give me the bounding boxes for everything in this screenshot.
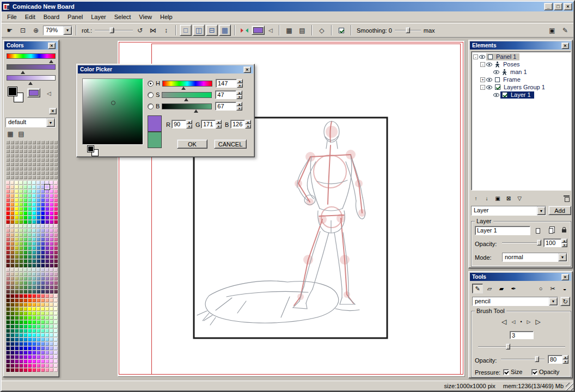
- empty-swatch[interactable]: [41, 171, 45, 175]
- pressure-size-checkbox[interactable]: [503, 369, 509, 375]
- element-type-combobox[interactable]: Layer ▼: [471, 206, 546, 216]
- palette-swatch[interactable]: [50, 303, 53, 307]
- palette-swatch[interactable]: [36, 281, 40, 285]
- palette-swatch[interactable]: [6, 181, 10, 185]
- palette-swatch[interactable]: [23, 194, 27, 198]
- palette-swatch[interactable]: [54, 285, 58, 289]
- palette-swatch[interactable]: [41, 359, 45, 363]
- spin-up-icon[interactable]: ▲: [562, 355, 568, 359]
- palette-swatch[interactable]: [28, 189, 32, 193]
- palette-swatch[interactable]: [10, 342, 14, 346]
- empty-swatch[interactable]: [54, 140, 58, 144]
- palette-swatch[interactable]: [45, 338, 49, 341]
- palette-swatch[interactable]: [19, 216, 23, 219]
- palette-swatch[interactable]: [23, 329, 27, 333]
- palette-swatch[interactable]: [15, 303, 19, 307]
- spin-down-icon[interactable]: ▼: [216, 124, 222, 128]
- palette-swatch[interactable]: [50, 229, 53, 232]
- new-element-button[interactable]: ▣: [493, 194, 503, 203]
- empty-swatch[interactable]: [36, 140, 40, 144]
- palette-swatch[interactable]: [6, 264, 10, 267]
- palette-swatch[interactable]: [54, 359, 58, 363]
- palette-preset-combobox[interactable]: default ▼: [5, 118, 56, 127]
- palette-swatch[interactable]: [54, 220, 58, 224]
- empty-swatch[interactable]: [32, 140, 36, 144]
- palette-swatch[interactable]: [28, 237, 32, 241]
- brightness-spinner[interactable]: 67 ▲▼: [215, 102, 242, 111]
- palette-swatch[interactable]: [6, 203, 10, 206]
- maximize-button[interactable]: □: [554, 3, 562, 10]
- tree-item-chunk[interactable]: Layer 1: [500, 91, 534, 99]
- palette-swatch[interactable]: [32, 242, 36, 246]
- palette-swatch[interactable]: [45, 259, 49, 263]
- palette-swatch[interactable]: [54, 298, 58, 302]
- export-element-button[interactable]: ▽: [515, 194, 524, 203]
- palette-swatch[interactable]: [10, 229, 14, 232]
- palette-swatch[interactable]: [10, 329, 14, 333]
- palette-swatch[interactable]: [10, 220, 14, 224]
- pencil-tool-button[interactable]: ✎: [472, 284, 483, 293]
- empty-swatch[interactable]: [6, 154, 10, 157]
- palette-swatch[interactable]: [54, 342, 58, 346]
- palette-swatch[interactable]: [10, 242, 14, 246]
- empty-swatch[interactable]: [45, 140, 49, 144]
- chevron-down-icon[interactable]: ▼: [46, 118, 55, 127]
- rotation-slider-thumb[interactable]: [109, 27, 114, 33]
- palette-swatch[interactable]: [6, 320, 10, 324]
- palette-swatch[interactable]: [45, 203, 49, 206]
- palette-swatch[interactable]: [23, 255, 27, 259]
- empty-swatch[interactable]: [19, 140, 23, 144]
- empty-swatch[interactable]: [45, 162, 49, 166]
- palette-grid-icon[interactable]: ▦: [5, 130, 15, 138]
- palette-swatch[interactable]: [23, 220, 27, 224]
- empty-swatch[interactable]: [36, 158, 40, 162]
- spin-up-icon[interactable]: ▲: [216, 120, 222, 124]
- palette-swatch[interactable]: [15, 255, 19, 259]
- palette-swatch[interactable]: [36, 189, 40, 193]
- palette-swatch[interactable]: [32, 268, 36, 272]
- empty-swatch[interactable]: [36, 145, 40, 149]
- palette-swatch[interactable]: [36, 181, 40, 185]
- palette-swatch[interactable]: [23, 242, 27, 246]
- palette-swatch[interactable]: [41, 298, 45, 302]
- palette-swatch[interactable]: [54, 207, 58, 211]
- palette-swatch[interactable]: [28, 211, 32, 215]
- empty-swatch[interactable]: [45, 171, 49, 175]
- palette-swatch[interactable]: [41, 316, 45, 320]
- resize-grip[interactable]: [566, 383, 573, 390]
- palette-swatch[interactable]: [32, 324, 36, 328]
- current-color-well[interactable]: [27, 88, 40, 97]
- palette-swatch[interactable]: [19, 338, 23, 341]
- polygon-tool-icon[interactable]: ◇: [316, 24, 328, 36]
- palette-swatch[interactable]: [32, 351, 36, 354]
- palette-swatch[interactable]: [6, 277, 10, 280]
- palette-swatch[interactable]: [50, 237, 53, 241]
- empty-swatch[interactable]: [10, 171, 14, 175]
- palette-swatch[interactable]: [54, 307, 58, 311]
- pressure-opacity-checkbox[interactable]: [531, 369, 537, 375]
- empty-swatch[interactable]: [36, 149, 40, 153]
- palette-swatch[interactable]: [41, 320, 45, 324]
- brightness-slider-marker[interactable]: [194, 109, 198, 113]
- palette-swatch[interactable]: [28, 220, 32, 224]
- empty-swatch[interactable]: [15, 175, 19, 179]
- palette-swatch[interactable]: [28, 268, 32, 272]
- palette-swatch[interactable]: [23, 355, 27, 359]
- palette-swatch[interactable]: [36, 285, 40, 289]
- palette-swatch[interactable]: [45, 189, 49, 193]
- empty-swatch[interactable]: [45, 149, 49, 153]
- ink-tool-button[interactable]: ✒: [508, 284, 519, 293]
- palette-swatch[interactable]: [41, 229, 45, 232]
- layer-name-input[interactable]: Layer 1: [475, 226, 530, 235]
- palette-swatch[interactable]: [15, 320, 19, 324]
- palette-swatch[interactable]: [45, 355, 49, 359]
- palette-swatch[interactable]: [41, 285, 45, 289]
- palette-swatch[interactable]: [54, 216, 58, 219]
- palette-swatch[interactable]: [28, 342, 32, 346]
- empty-swatch[interactable]: [28, 171, 32, 175]
- palette-swatch[interactable]: [45, 281, 49, 285]
- palette-swatch[interactable]: [36, 185, 40, 189]
- empty-swatch[interactable]: [23, 158, 27, 162]
- empty-swatch[interactable]: [32, 171, 36, 175]
- palette-swatch[interactable]: [41, 303, 45, 307]
